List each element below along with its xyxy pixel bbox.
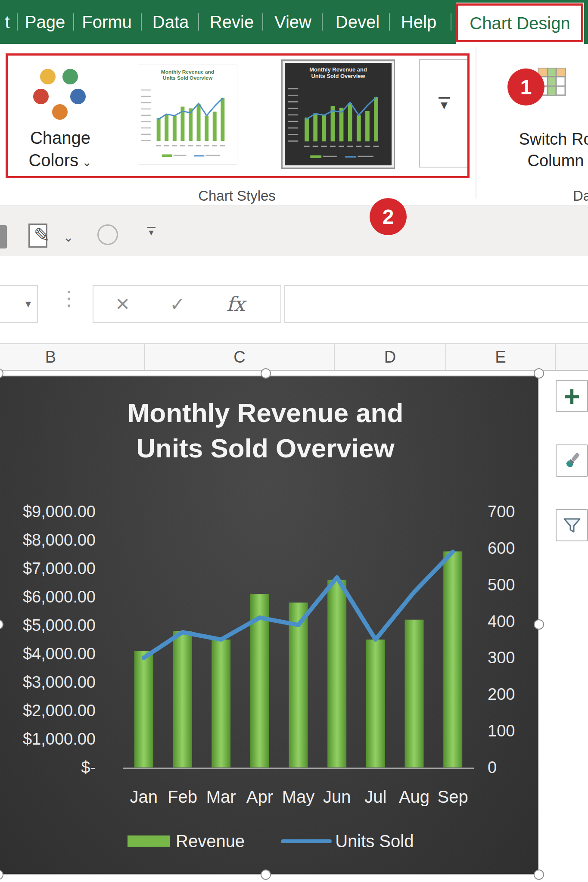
mini-bar — [197, 104, 201, 141]
x-axis-label: Feb — [168, 787, 197, 806]
bar-Feb[interactable] — [173, 631, 192, 767]
clipped-toolbar-icon[interactable] — [0, 225, 7, 248]
ribbon-tab-t[interactable]: t — [1, 0, 14, 44]
bar-Jan[interactable] — [134, 651, 153, 767]
mini-x-dash — [188, 145, 193, 146]
right-axis-label: 100 — [488, 722, 515, 740]
mini-axis-dash — [288, 95, 299, 96]
column-header-e[interactable]: E — [446, 344, 556, 370]
mini-title: Monthly Revenue and — [161, 69, 214, 75]
chart-style-thumbnail-dark-selected[interactable]: Monthly Revenue andUnits Sold Overview — [281, 59, 395, 169]
enter-icon[interactable]: ✓ — [170, 294, 185, 315]
chart-selection-handle[interactable] — [534, 870, 544, 880]
mini-x-dash — [304, 146, 310, 147]
left-axis-label: $5,000.00 — [23, 616, 96, 634]
mini-title: Units Sold Overview — [311, 74, 365, 80]
chart-selection-handle[interactable] — [534, 368, 544, 379]
mini-axis-dash — [288, 127, 299, 129]
bar-May[interactable] — [289, 602, 308, 767]
mini-x-dash — [330, 146, 336, 147]
bar-Aug[interactable] — [405, 620, 424, 767]
switch-row-column-button[interactable]: Switch Ro Column — [487, 48, 588, 202]
chevron-down-icon[interactable]: ▾ — [25, 297, 31, 311]
column-header-d[interactable]: D — [335, 344, 446, 370]
chevron-down-icon[interactable]: ⌄ — [63, 230, 74, 245]
chart-selection-handle[interactable] — [534, 619, 544, 630]
ribbon-tab-revie[interactable]: Revie — [203, 0, 260, 44]
change-colors-icon — [32, 64, 88, 121]
color-dot-yellow — [40, 69, 56, 84]
formula-bar-grip[interactable]: ⋮ — [59, 286, 79, 310]
group-separator — [476, 47, 476, 199]
circle-shape-icon[interactable] — [97, 224, 118, 245]
mini-title: Monthly Revenue and — [309, 67, 367, 73]
insert-function-icon[interactable]: fx — [226, 292, 245, 316]
left-axis-label: $3,000.00 — [23, 673, 96, 691]
ribbon-tab-formu[interactable]: Formu — [78, 0, 135, 44]
mini-x-dash — [364, 146, 370, 147]
excel-window: tPageFormuDataRevieViewDevelHelpChart De… — [0, 0, 588, 882]
mini-bar — [357, 115, 361, 142]
bar-Sep[interactable] — [443, 551, 462, 767]
right-axis-label: 0 — [488, 758, 497, 776]
x-axis-label: Sep — [438, 787, 468, 806]
legend-units-sold-swatch — [281, 839, 332, 843]
chart-style-thumbnail-light[interactable]: Monthly Revenue andUnits Sold Overview — [138, 65, 237, 165]
mini-legend-text — [174, 155, 187, 156]
left-axis-label: $9,000.00 — [23, 503, 96, 521]
pencil-icon: ✎ — [34, 224, 50, 247]
mini-bar — [213, 112, 217, 141]
right-axis-label: 500 — [488, 576, 515, 594]
chevron-down-icon: ⌄ — [82, 155, 92, 169]
chart-filters-button[interactable] — [556, 509, 588, 541]
name-box[interactable]: ▾ — [0, 285, 38, 323]
chart-selection-handle[interactable] — [261, 870, 271, 880]
switch-row-column-label: Switch Ro Column — [495, 128, 588, 171]
mini-bar — [205, 115, 208, 141]
chart-plot[interactable]: $9,000.00$8,000.00$7,000.00$6,000.00$5,0… — [0, 376, 540, 876]
mini-bar — [165, 114, 168, 141]
mini-bar — [348, 103, 352, 141]
mini-x-dash — [313, 146, 318, 147]
ribbon-tab-view[interactable]: View — [266, 0, 320, 44]
column-header[interactable] — [556, 344, 588, 370]
mini-legend-text — [205, 155, 220, 156]
column-header-c[interactable]: C — [145, 344, 335, 370]
customize-toolbar-dropdown[interactable]: ▾ — [146, 227, 157, 237]
mini-legend-line — [194, 155, 204, 156]
gallery-more-button[interactable]: ▾ — [419, 59, 469, 168]
formula-input[interactable] — [284, 285, 588, 323]
ribbon-tab-data[interactable]: Data — [146, 0, 196, 44]
mini-axis-dash — [288, 121, 299, 122]
ribbon-tab-bar: tPageFormuDataRevieViewDevelHelpChart De… — [0, 0, 588, 44]
chart-elements-button[interactable]: + — [556, 380, 588, 412]
mini-x-dash — [373, 146, 379, 147]
chart-object[interactable]: Monthly Revenue and Units Sold Overview … — [0, 376, 539, 875]
chart-legend[interactable]: Revenue Units Sold — [128, 831, 414, 851]
mini-bar — [313, 113, 317, 141]
mini-x-dash — [164, 145, 169, 146]
ribbon-tab-devel[interactable]: Devel — [327, 0, 388, 44]
ribbon-tab-page[interactable]: Page — [22, 0, 68, 44]
mini-axis-dash — [141, 127, 151, 128]
x-axis-label: May — [282, 787, 315, 806]
mini-axis-dash — [141, 102, 151, 103]
tab-separator — [17, 13, 18, 31]
chart-styles-button[interactable] — [556, 444, 588, 477]
data-group-label: Da — [573, 188, 588, 204]
right-axis-label: 200 — [488, 685, 515, 703]
cancel-icon[interactable]: ✕ — [115, 294, 130, 315]
change-colors-button[interactable]: Change Colors⌄ — [4, 48, 116, 202]
ribbon-tab-chart-design[interactable]: Chart Design — [456, 3, 584, 44]
chart-styles-group-label: Chart Styles — [86, 188, 388, 204]
bar-Jul[interactable] — [366, 640, 385, 767]
ribbon-tab-help[interactable]: Help — [395, 0, 443, 44]
mini-axis-dash — [141, 121, 151, 122]
chart-selection-handle[interactable] — [261, 368, 271, 379]
column-header-b[interactable]: B — [0, 344, 145, 370]
mini-legend-text — [323, 156, 336, 157]
mini-bar — [221, 98, 224, 141]
bar-Jun[interactable] — [327, 580, 346, 767]
bar-Mar[interactable] — [212, 640, 230, 767]
x-axis-label: Jun — [323, 787, 351, 806]
